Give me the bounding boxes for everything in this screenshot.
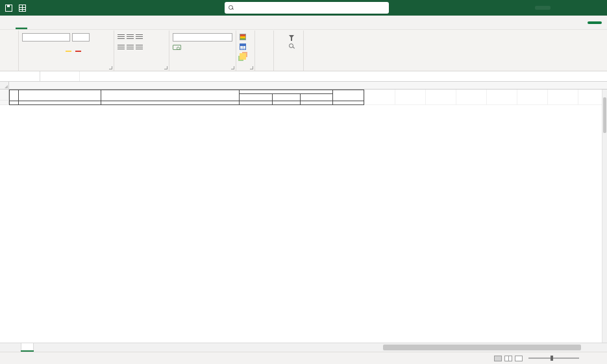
app-icon[interactable]: [19, 5, 26, 12]
horizontal-scroll-thumb[interactable]: [383, 345, 581, 350]
share-button[interactable]: [588, 21, 602, 24]
sheet-nav-left-icon[interactable]: [0, 343, 8, 352]
tab-home[interactable]: [16, 16, 27, 29]
sheet-nav-right-icon[interactable]: [8, 343, 17, 352]
header-docs-label[interactable]: [19, 90, 101, 101]
align-center-icon[interactable]: [127, 45, 134, 50]
dialog-launcher-icon[interactable]: [231, 66, 234, 69]
tab-insert[interactable]: [27, 16, 39, 29]
percent-style-button[interactable]: [185, 43, 193, 52]
autosum-button[interactable]: [277, 32, 285, 42]
tab-review[interactable]: [74, 16, 86, 29]
header-num-7[interactable]: [333, 101, 364, 105]
wrap-text-button[interactable]: [145, 43, 153, 52]
header-c5-label[interactable]: [273, 94, 301, 101]
format-painter-button[interactable]: [5, 51, 15, 61]
fill-button[interactable]: [277, 42, 285, 51]
conditional-formatting-button[interactable]: [240, 32, 251, 42]
zoom-slider-thumb[interactable]: [551, 356, 553, 361]
header-c7-label[interactable]: [333, 90, 364, 101]
number-format-select[interactable]: [173, 33, 232, 42]
tab-formulas[interactable]: [51, 16, 62, 29]
sort-filter-button[interactable]: [289, 32, 300, 42]
orientation-button[interactable]: [145, 33, 153, 42]
decrease-font-button[interactable]: [102, 33, 110, 42]
search-icon: [229, 5, 234, 10]
header-num-3[interactable]: [101, 101, 240, 105]
vertical-scrollbar[interactable]: [602, 90, 607, 343]
align-left-icon[interactable]: [118, 45, 125, 50]
header-c4-label[interactable]: [240, 94, 273, 101]
tab-file[interactable]: [4, 16, 16, 29]
cell-styles-icon: [240, 53, 246, 60]
align-right-icon[interactable]: [136, 45, 143, 50]
format-cells-button[interactable]: [258, 51, 270, 61]
header-num-1[interactable]: [10, 101, 19, 105]
horizontal-scrollbar[interactable]: [373, 343, 607, 352]
align-bottom-icon[interactable]: [136, 34, 143, 40]
horizontal-scroll-track[interactable]: [380, 343, 600, 352]
maximize-button[interactable]: [569, 0, 588, 16]
header-c6-label[interactable]: [301, 94, 333, 101]
merge-center-button[interactable]: [155, 43, 164, 52]
search-box[interactable]: [225, 2, 389, 14]
page-layout-view-button[interactable]: [504, 356, 512, 361]
font-name-select[interactable]: [22, 33, 70, 42]
row-header-15[interactable]: [0, 101, 9, 105]
normal-view-button[interactable]: [494, 356, 502, 361]
header-name-label[interactable]: [101, 90, 240, 101]
header-num-2[interactable]: [19, 101, 101, 105]
align-middle-icon[interactable]: [127, 34, 134, 40]
header-num-4[interactable]: [240, 101, 273, 105]
ribbon: [0, 30, 607, 71]
dialog-launcher-icon[interactable]: [109, 66, 112, 69]
clear-button[interactable]: [277, 51, 285, 61]
header-num-6[interactable]: [301, 101, 333, 105]
select-all-corner[interactable]: [0, 82, 9, 89]
font-color-button[interactable]: [75, 45, 81, 51]
tab-help[interactable]: [97, 16, 109, 29]
name-box[interactable]: [0, 71, 40, 81]
find-select-button[interactable]: [289, 42, 300, 51]
align-row-2: [118, 42, 166, 53]
add-sheet-button[interactable]: [34, 343, 44, 352]
align-top-icon[interactable]: [118, 34, 125, 40]
undo-button[interactable]: [5, 42, 15, 51]
borders-button[interactable]: [53, 43, 62, 52]
tab-data[interactable]: [62, 16, 74, 29]
sign-in-button[interactable]: [535, 6, 551, 10]
dialog-launcher-icon[interactable]: [164, 66, 167, 69]
italic-button[interactable]: [32, 43, 41, 52]
search-input[interactable]: [238, 5, 367, 11]
header-col-docs: [19, 90, 101, 105]
page-break-view-button[interactable]: [515, 356, 523, 361]
zoom-slider[interactable]: [528, 358, 579, 359]
delete-cells-button[interactable]: [258, 42, 270, 51]
tab-page-layout[interactable]: [39, 16, 51, 29]
find-select-icon: [289, 43, 295, 49]
header-num-5[interactable]: [273, 101, 301, 105]
format-as-table-button[interactable]: [240, 42, 251, 51]
format-as-table-icon: [240, 43, 246, 50]
sort-filter-icon: [289, 35, 294, 38]
underline-button[interactable]: [43, 43, 51, 52]
insert-cells-button[interactable]: [258, 32, 270, 42]
minimize-button[interactable]: [551, 0, 569, 16]
ribbon-group-alignment: [114, 30, 169, 71]
currency-format-icon[interactable]: [173, 45, 181, 50]
header-num-label[interactable]: [10, 90, 19, 101]
cell-styles-button[interactable]: [240, 51, 251, 61]
sheet-tab-ssr[interactable]: [21, 343, 34, 352]
font-size-select[interactable]: [72, 33, 90, 42]
close-button[interactable]: [588, 0, 607, 16]
dialog-launcher-icon[interactable]: [250, 66, 253, 69]
vertical-scroll-thumb[interactable]: [603, 97, 606, 133]
fill-color-button[interactable]: [66, 45, 71, 51]
row-header-14[interactable]: [0, 90, 9, 101]
redo-button[interactable]: [5, 32, 15, 42]
increase-font-button[interactable]: [92, 33, 100, 42]
save-icon[interactable]: [5, 5, 12, 12]
bold-button[interactable]: [22, 43, 31, 52]
tab-view[interactable]: [86, 16, 97, 29]
grid-empty-area[interactable]: [364, 90, 607, 105]
